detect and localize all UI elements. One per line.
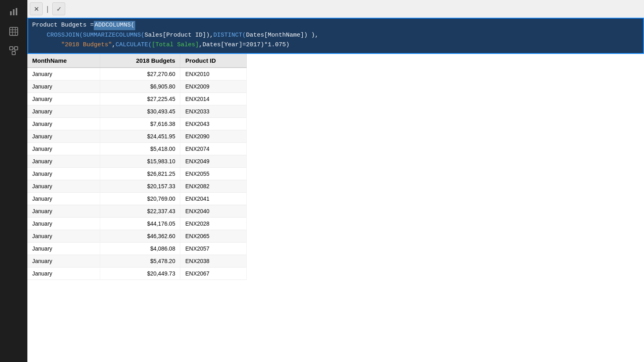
formula-token-crossjoin: CROSSJOIN( bbox=[47, 31, 83, 40]
cell-month: January bbox=[27, 80, 100, 93]
cell-product-id: ENX2043 bbox=[180, 118, 247, 130]
sidebar bbox=[0, 0, 27, 362]
cell-budget: $46,362.60 bbox=[100, 230, 180, 243]
table-row: January$5,478.20ENX2038 bbox=[27, 255, 247, 267]
cell-product-id: ENX2033 bbox=[180, 105, 247, 118]
cell-budget: $7,616.38 bbox=[100, 118, 180, 130]
cell-budget: $5,478.20 bbox=[100, 255, 180, 267]
table-row: January$30,493.45ENX2033 bbox=[27, 105, 247, 118]
formula-token-num: 1.075 bbox=[268, 41, 286, 50]
cancel-button[interactable]: ✕ bbox=[30, 2, 43, 15]
formula-token-name: Product Budgets = bbox=[32, 21, 94, 30]
svg-rect-9 bbox=[14, 47, 18, 50]
col-header-product-id[interactable]: Product ID bbox=[180, 54, 247, 68]
table-row: January$26,821.25ENX2055 bbox=[27, 168, 247, 180]
cell-product-id: ENX2065 bbox=[180, 230, 247, 243]
table-row: January$46,362.60ENX2065 bbox=[27, 230, 247, 243]
cell-budget: $27,270.60 bbox=[100, 68, 180, 80]
formula-token-distinct: DISTINCT( bbox=[213, 31, 246, 40]
cell-month: January bbox=[27, 68, 100, 80]
toolbar-row: ✕ | ✓ bbox=[27, 0, 644, 18]
formula-token-sep2: , bbox=[199, 41, 202, 50]
cell-month: January bbox=[27, 218, 100, 230]
confirm-button[interactable]: ✓ bbox=[52, 2, 65, 15]
svg-rect-3 bbox=[10, 27, 18, 35]
formula-line-1: Product Budgets = ADDCOLUMNS( bbox=[32, 21, 639, 30]
formula-token-summarize: SUMMARIZECOLUMNS( bbox=[83, 31, 144, 40]
relationship-icon[interactable] bbox=[5, 42, 23, 60]
cell-month: January bbox=[27, 193, 100, 205]
cell-product-id: ENX2055 bbox=[180, 168, 247, 180]
formula-token-addcolumns: ADDCOLUMNS( bbox=[94, 21, 135, 30]
table-container: MonthName 2018 Budgets Product ID Januar… bbox=[27, 54, 644, 362]
formula-token-mul: * bbox=[264, 41, 268, 50]
cell-budget: $6,905.80 bbox=[100, 80, 180, 93]
formula-token-close2: ) ), bbox=[304, 31, 318, 40]
cell-month: January bbox=[27, 155, 100, 168]
formula-area: ✕ | ✓ Product Budgets = ADDCOLUMNS( CROS… bbox=[27, 0, 644, 54]
formula-token-val: 2017 bbox=[246, 41, 260, 50]
table-body: January$27,270.60ENX2010January$6,905.80… bbox=[27, 68, 247, 280]
formula-token-eq: = bbox=[242, 41, 246, 50]
table-row: January$20,769.00ENX2041 bbox=[27, 193, 247, 205]
table-row: January$15,983.10ENX2049 bbox=[27, 155, 247, 168]
formula-token-close4: ) bbox=[286, 41, 289, 50]
formula-indent-3 bbox=[32, 41, 61, 50]
cell-budget: $27,225.45 bbox=[100, 93, 180, 105]
cell-product-id: ENX2049 bbox=[180, 155, 247, 168]
cell-budget: $20,769.00 bbox=[100, 193, 180, 205]
cell-budget: $20,449.73 bbox=[100, 267, 180, 280]
cell-month: January bbox=[27, 205, 100, 218]
cell-product-id: ENX2009 bbox=[180, 80, 247, 93]
table-row: January$44,176.05ENX2028 bbox=[27, 218, 247, 230]
cell-budget: $44,176.05 bbox=[100, 218, 180, 230]
cell-month: January bbox=[27, 118, 100, 130]
formula-token-sep: , bbox=[112, 41, 116, 50]
cell-budget: $24,451.95 bbox=[100, 130, 180, 143]
cursor-indicator: | bbox=[43, 5, 52, 13]
cell-product-id: ENX2038 bbox=[180, 255, 247, 267]
cell-budget: $26,821.25 bbox=[100, 168, 180, 180]
svg-rect-1 bbox=[13, 9, 14, 15]
formula-line-3: "2018 Budgets" , CALCULATE( [Total Sales… bbox=[32, 41, 639, 50]
table-icon[interactable] bbox=[5, 23, 23, 40]
cell-month: January bbox=[27, 168, 100, 180]
formula-token-calculate: CALCULATE( bbox=[116, 41, 152, 50]
svg-rect-10 bbox=[12, 51, 15, 55]
cell-month: January bbox=[27, 243, 100, 255]
cell-month: January bbox=[27, 255, 100, 267]
cell-product-id: ENX2074 bbox=[180, 143, 247, 155]
formula-token-str: "2018 Budgets" bbox=[61, 41, 112, 50]
table-row: January$5,418.00ENX2074 bbox=[27, 143, 247, 155]
cell-product-id: ENX2010 bbox=[180, 68, 247, 80]
cell-product-id: ENX2041 bbox=[180, 193, 247, 205]
cell-month: January bbox=[27, 230, 100, 243]
cell-product-id: ENX2090 bbox=[180, 130, 247, 143]
formula-token-field2: Dates[MonthName] bbox=[246, 31, 304, 40]
table-row: January$20,157.33ENX2082 bbox=[27, 180, 247, 193]
formula-token-field1: Sales[Product ID] bbox=[144, 31, 206, 40]
bar-chart-icon[interactable] bbox=[5, 3, 23, 21]
table-row: January$20,449.73ENX2067 bbox=[27, 267, 247, 280]
cell-budget: $30,493.45 bbox=[100, 105, 180, 118]
table-row: January$27,270.60ENX2010 bbox=[27, 68, 247, 80]
formula-editor[interactable]: Product Budgets = ADDCOLUMNS( CROSSJOIN(… bbox=[27, 18, 644, 54]
cell-budget: $5,418.00 bbox=[100, 143, 180, 155]
col-header-budgets[interactable]: 2018 Budgets bbox=[100, 54, 180, 68]
cell-budget: $4,086.08 bbox=[100, 243, 180, 255]
formula-token-field3: [Total Sales] bbox=[152, 41, 199, 50]
cell-product-id: ENX2057 bbox=[180, 243, 247, 255]
cell-month: January bbox=[27, 143, 100, 155]
formula-token-close1: ), bbox=[206, 31, 213, 40]
cell-month: January bbox=[27, 105, 100, 118]
svg-rect-2 bbox=[16, 8, 17, 15]
cell-product-id: ENX2067 bbox=[180, 267, 247, 280]
formula-token-field4: Dates[Year] bbox=[202, 41, 242, 50]
cell-budget: $15,983.10 bbox=[100, 155, 180, 168]
table-row: January$22,337.43ENX2040 bbox=[27, 205, 247, 218]
cell-budget: $22,337.43 bbox=[100, 205, 180, 218]
table-header-row: MonthName 2018 Budgets Product ID bbox=[27, 54, 247, 68]
svg-rect-8 bbox=[10, 47, 13, 50]
cell-month: January bbox=[27, 93, 100, 105]
col-header-monthname[interactable]: MonthName bbox=[27, 54, 100, 68]
